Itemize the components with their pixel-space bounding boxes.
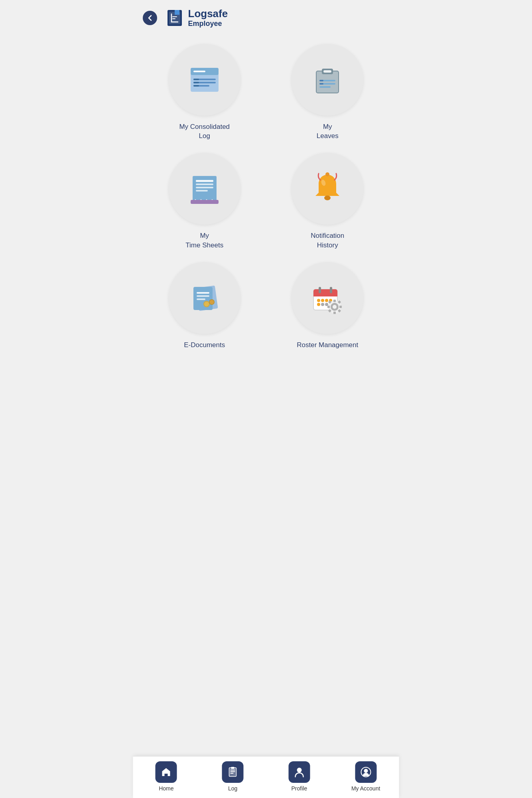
svg-point-39 bbox=[209, 300, 214, 304]
svg-point-28 bbox=[325, 172, 329, 176]
roster-management-icon-circle bbox=[292, 262, 363, 334]
my-time-sheets-icon bbox=[185, 169, 225, 209]
my-leaves-icon-circle bbox=[292, 44, 363, 116]
roster-management-label: Roster Management bbox=[297, 340, 358, 350]
svg-rect-11 bbox=[193, 82, 199, 83]
svg-rect-26 bbox=[196, 190, 208, 192]
svg-point-47 bbox=[325, 299, 328, 302]
svg-rect-3 bbox=[172, 18, 175, 19]
svg-rect-6 bbox=[193, 71, 205, 72]
notification-history-icon bbox=[307, 169, 347, 209]
svg-rect-20 bbox=[319, 83, 323, 85]
svg-point-49 bbox=[317, 303, 320, 306]
svg-rect-23 bbox=[196, 180, 213, 182]
logsafe-logo-icon bbox=[165, 8, 184, 28]
svg-point-37 bbox=[204, 302, 209, 306]
consolidated-log-label: My ConsolidatedLog bbox=[179, 122, 230, 141]
notification-history-icon-circle bbox=[292, 153, 363, 225]
svg-point-45 bbox=[317, 299, 320, 302]
svg-rect-56 bbox=[333, 312, 336, 314]
svg-rect-12 bbox=[193, 85, 199, 87]
e-documents-icon bbox=[185, 278, 225, 318]
grid-item-e-documents[interactable]: E-Documents bbox=[149, 262, 260, 350]
svg-rect-35 bbox=[197, 298, 205, 300]
svg-point-54 bbox=[333, 305, 337, 309]
svg-rect-44 bbox=[330, 287, 332, 293]
consolidated-log-icon bbox=[185, 60, 225, 100]
svg-rect-42 bbox=[313, 292, 337, 296]
svg-rect-21 bbox=[193, 176, 217, 202]
svg-point-51 bbox=[325, 303, 328, 306]
grid-item-consolidated-log[interactable]: My ConsolidatedLog bbox=[149, 44, 260, 141]
svg-rect-27 bbox=[191, 200, 219, 204]
e-documents-icon-circle bbox=[169, 262, 240, 334]
svg-rect-33 bbox=[197, 292, 209, 294]
grid-item-my-leaves[interactable]: MyLeaves bbox=[272, 44, 383, 141]
back-arrow-icon bbox=[143, 11, 157, 25]
grid-item-notification-history[interactable]: NotificationHistory bbox=[272, 153, 383, 250]
my-time-sheets-label: MyTime Sheets bbox=[185, 231, 223, 250]
my-leaves-label: MyLeaves bbox=[317, 122, 339, 141]
roster-management-icon bbox=[307, 278, 347, 318]
svg-rect-43 bbox=[319, 287, 321, 293]
logo-sub: Employee bbox=[188, 20, 228, 28]
svg-point-50 bbox=[321, 303, 324, 306]
consolidated-log-icon-circle bbox=[169, 44, 240, 116]
logo-name: Logsafe bbox=[188, 8, 228, 20]
svg-rect-34 bbox=[197, 295, 209, 297]
svg-rect-19 bbox=[319, 80, 323, 81]
svg-point-29 bbox=[324, 196, 331, 200]
svg-rect-13 bbox=[316, 71, 339, 93]
main-grid: My ConsolidatedLog MyLeaves bbox=[133, 32, 399, 362]
logo-area: Logsafe Employee bbox=[165, 8, 228, 28]
svg-point-46 bbox=[321, 299, 324, 302]
svg-rect-24 bbox=[196, 184, 213, 185]
svg-rect-15 bbox=[323, 70, 331, 73]
logo-text: Logsafe Employee bbox=[188, 8, 228, 28]
my-leaves-icon bbox=[307, 60, 347, 100]
header: Logsafe Employee bbox=[133, 0, 399, 32]
e-documents-label: E-Documents bbox=[184, 340, 225, 350]
my-time-sheets-icon-circle bbox=[169, 153, 240, 225]
svg-rect-25 bbox=[196, 187, 213, 188]
svg-rect-55 bbox=[333, 300, 336, 302]
svg-rect-58 bbox=[339, 306, 342, 308]
back-button[interactable] bbox=[141, 9, 159, 27]
svg-rect-57 bbox=[327, 306, 330, 308]
svg-rect-18 bbox=[319, 86, 331, 88]
notification-history-label: NotificationHistory bbox=[311, 231, 344, 250]
grid-item-my-time-sheets[interactable]: MyTime Sheets bbox=[149, 153, 260, 250]
svg-rect-2 bbox=[172, 16, 177, 17]
svg-rect-10 bbox=[193, 79, 199, 80]
grid-item-roster-management[interactable]: Roster Management bbox=[272, 262, 383, 350]
